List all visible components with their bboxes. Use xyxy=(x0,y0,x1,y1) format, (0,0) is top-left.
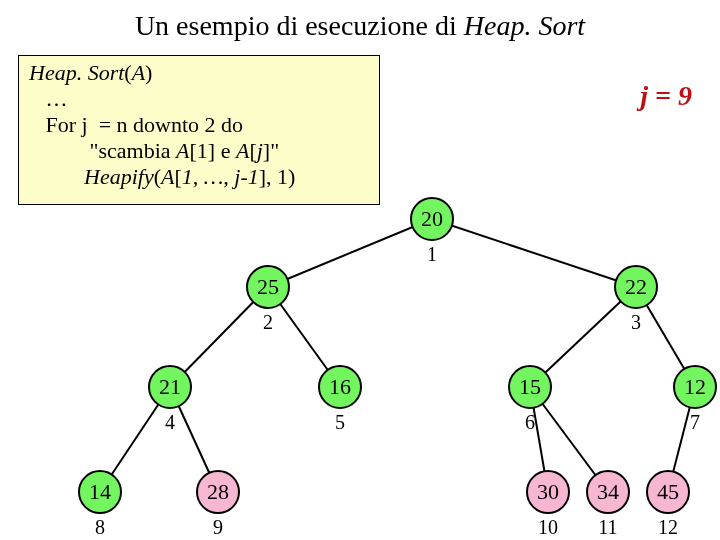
tree-node-3: 22 xyxy=(614,265,658,309)
tree-index-7: 7 xyxy=(673,411,717,434)
tree-node-10: 30 xyxy=(526,470,570,514)
tree-index-10: 10 xyxy=(526,516,570,539)
tree-node-6: 15 xyxy=(508,365,552,409)
tree-node-12: 45 xyxy=(646,470,690,514)
tree-node-1: 20 xyxy=(410,197,454,241)
svg-line-0 xyxy=(268,219,432,287)
node-value: 16 xyxy=(329,374,351,400)
node-value: 22 xyxy=(625,274,647,300)
tree-index-12: 12 xyxy=(646,516,690,539)
node-value: 28 xyxy=(207,479,229,505)
tree-index-2: 2 xyxy=(246,311,290,334)
tree-index-1: 1 xyxy=(410,243,454,266)
tree-index-9: 9 xyxy=(196,516,240,539)
tree-node-4: 21 xyxy=(148,365,192,409)
node-value: 15 xyxy=(519,374,541,400)
node-value: 21 xyxy=(159,374,181,400)
node-value: 30 xyxy=(537,479,559,505)
node-value: 12 xyxy=(684,374,706,400)
tree-edges xyxy=(0,0,720,540)
tree-node-8: 14 xyxy=(78,470,122,514)
tree-index-11: 11 xyxy=(586,516,630,539)
tree-index-3: 3 xyxy=(614,311,658,334)
node-value: 14 xyxy=(89,479,111,505)
node-value: 45 xyxy=(657,479,679,505)
node-value: 20 xyxy=(421,206,443,232)
tree-index-4: 4 xyxy=(148,411,192,434)
tree-index-5: 5 xyxy=(318,411,362,434)
node-value: 34 xyxy=(597,479,619,505)
tree-node-9: 28 xyxy=(196,470,240,514)
tree-node-11: 34 xyxy=(586,470,630,514)
tree-index-8: 8 xyxy=(78,516,122,539)
tree-node-5: 16 xyxy=(318,365,362,409)
tree-node-7: 12 xyxy=(673,365,717,409)
node-value: 25 xyxy=(257,274,279,300)
tree-index-6: 6 xyxy=(508,411,552,434)
svg-line-1 xyxy=(432,219,636,287)
tree-node-2: 25 xyxy=(246,265,290,309)
